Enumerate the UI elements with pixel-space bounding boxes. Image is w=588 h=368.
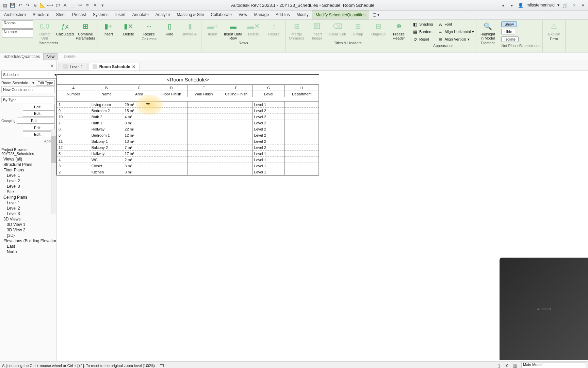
cell[interactable] — [285, 163, 319, 169]
cell[interactable] — [155, 126, 187, 132]
browser-item[interactable]: North — [0, 249, 56, 255]
cell[interactable]: 17 m² — [123, 151, 155, 157]
cell[interactable]: WC — [90, 157, 123, 163]
tab-room-schedule[interactable]: Room Schedule✕ — [88, 63, 140, 71]
cell[interactable]: Level 1 — [252, 151, 285, 157]
cell[interactable] — [285, 114, 319, 120]
cell[interactable]: Level 2 — [252, 126, 285, 132]
ribbon-tab-steel[interactable]: Steel — [53, 11, 69, 19]
close-views-icon[interactable]: ✕ — [92, 2, 98, 8]
table-row[interactable]: 5Hallway17 m²Level 1 — [57, 151, 319, 157]
cell[interactable]: 29 m² — [123, 102, 155, 108]
cell[interactable]: 12 — [57, 144, 90, 151]
browser-item[interactable]: Level 1 — [0, 173, 56, 178]
measure-icon[interactable]: 📐 — [39, 2, 46, 8]
cell[interactable]: Balcony 2 — [90, 144, 123, 151]
table-row[interactable]: 9Bedroom 215 m²Level 2 — [57, 108, 319, 114]
cell[interactable] — [187, 138, 220, 144]
highlight-button[interactable]: 🔍Highlight in Model — [478, 20, 497, 40]
cell[interactable]: 3 — [57, 163, 90, 169]
workset-dropdown[interactable]: Main Model — [521, 362, 586, 368]
cell[interactable] — [155, 163, 187, 169]
cell[interactable]: 10 — [57, 114, 90, 120]
cell[interactable]: Bath 1 — [90, 120, 123, 126]
row-resize-button[interactable]: ↕Resize — [265, 20, 283, 36]
status-icon[interactable]: 🗔 — [159, 363, 165, 368]
save-icon[interactable]: 💾 — [10, 2, 16, 8]
shading-button[interactable]: ◧Shading — [412, 20, 433, 28]
field-dropdown[interactable]: Number — [2, 29, 33, 37]
cell[interactable] — [155, 151, 187, 157]
filter-icon[interactable]: ▥ — [512, 363, 518, 368]
cell[interactable]: Bath 2 — [90, 114, 123, 120]
row-datarow-button[interactable]: ▬Insert Data Row — [224, 20, 242, 40]
browser-item[interactable]: Level 2 — [0, 178, 56, 184]
cell[interactable] — [220, 108, 252, 114]
cell[interactable]: Balcony 1 — [90, 138, 123, 144]
browser-item[interactable]: Views (all) — [0, 156, 56, 162]
cell[interactable] — [220, 169, 252, 175]
cell[interactable] — [285, 169, 319, 175]
scrollbar-thumb[interactable] — [51, 136, 56, 163]
table-row[interactable]: 6Bedroom 112 m²Level 2 — [57, 132, 319, 138]
apply-button[interactable]: Apply — [1, 138, 55, 144]
column-letter[interactable]: G — [252, 85, 285, 91]
browser-item[interactable]: {3D} — [0, 233, 56, 238]
column-letter[interactable]: C — [123, 85, 155, 91]
tab-level1[interactable]: Level 1 — [59, 63, 87, 71]
cell[interactable]: Living room — [90, 102, 123, 108]
edit-button-2[interactable]: Edit... — [23, 110, 55, 117]
align-horizontal-button[interactable]: ≡Align Horizontal ▾ — [438, 28, 474, 35]
ungroup-button[interactable]: ⊟Ungroup — [369, 20, 388, 36]
cell[interactable]: Level 2 — [252, 144, 285, 151]
browser-item[interactable]: Structural Plans — [0, 162, 56, 167]
nav-left-icon[interactable]: ◂ — [500, 2, 506, 8]
column-header[interactable]: Ceiling Finish — [220, 91, 252, 97]
cell[interactable] — [155, 114, 187, 120]
cell[interactable] — [220, 138, 252, 144]
isolate-button[interactable]: Isolate — [501, 36, 518, 42]
cell[interactable]: 11 — [57, 138, 90, 144]
table-row[interactable]: 1Living room29 m²Level 1 — [57, 102, 319, 108]
ribbon-tab-architecture[interactable]: Architecture — [1, 11, 29, 19]
table-row[interactable]: 2Kitchen8 m²Level 1 — [57, 169, 319, 175]
section-icon[interactable]: ✂ — [77, 2, 83, 8]
col-hide-button[interactable]: ▯Hide — [160, 20, 179, 36]
edit-button-3[interactable]: Edit... — [17, 118, 55, 124]
cell[interactable]: 2 — [57, 169, 90, 175]
cell[interactable]: 7 m² — [123, 144, 155, 151]
user-caret[interactable]: ▾ — [557, 3, 559, 7]
browser-item[interactable]: East — [0, 244, 56, 249]
row-delete-button[interactable]: ▬✕Delete — [244, 20, 263, 36]
column-header[interactable]: Floor Finish — [155, 91, 187, 97]
table-row[interactable]: 8Hallway22 m²Level 2 — [57, 126, 319, 132]
cell[interactable] — [155, 169, 187, 175]
cell[interactable]: Level 2 — [252, 138, 285, 144]
show-button[interactable]: Show — [501, 21, 517, 27]
bytype-value[interactable]: By Type — [1, 96, 55, 103]
close-icon[interactable]: ✕ — [50, 63, 54, 68]
ribbon-tab-insert[interactable]: Insert — [112, 11, 129, 19]
browser-item[interactable]: Elevations (Building Elevation) — [0, 238, 56, 244]
cell[interactable] — [155, 144, 187, 151]
cell[interactable] — [285, 108, 319, 114]
ribbon-tab-collaborate[interactable]: Collaborate — [208, 11, 235, 19]
cell[interactable]: Level 1 — [252, 169, 285, 175]
close-tab-icon[interactable]: ✕ — [132, 64, 135, 69]
cell[interactable] — [155, 120, 187, 126]
cell[interactable] — [187, 126, 220, 132]
column-letter[interactable]: D — [155, 85, 187, 91]
scrollbar[interactable] — [51, 129, 56, 214]
column-header[interactable]: Department — [285, 91, 319, 97]
table-row[interactable]: 12Balcony 27 m²Level 2 — [57, 144, 319, 151]
column-header[interactable]: Number — [57, 91, 90, 97]
cell[interactable]: 4 — [57, 157, 90, 163]
cell[interactable]: 2 m² — [123, 157, 155, 163]
nav-right-icon[interactable]: ▸ — [509, 2, 515, 8]
cell[interactable]: Level 2 — [252, 108, 285, 114]
cell[interactable] — [285, 120, 319, 126]
cell[interactable]: Level 2 — [252, 114, 285, 120]
cell[interactable]: Hallway — [90, 151, 123, 157]
edit-button-5[interactable]: Edit... — [23, 131, 55, 137]
ribbon-tab-modify-schedule-quantities[interactable]: Modify Schedule/Quantities — [312, 11, 369, 19]
